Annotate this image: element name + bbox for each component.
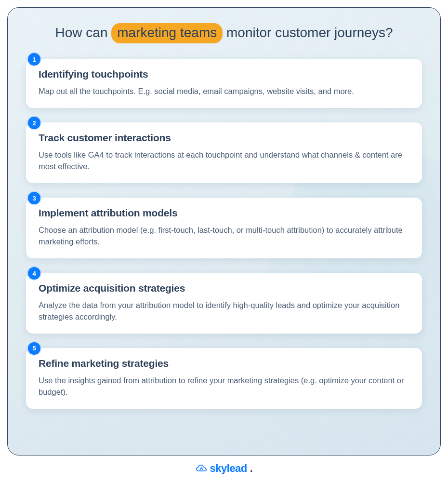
step-body: Use the insights gained from attribution… (39, 375, 409, 398)
step-2: 2 Track customer interactions Use tools … (26, 122, 422, 183)
brand-name: skylead (210, 462, 247, 475)
step-heading: Optimize acquisition strategies (39, 282, 409, 294)
step-heading: Track customer interactions (39, 132, 409, 144)
brand-dot: . (250, 462, 253, 475)
step-body: Analyze the data from your attribution m… (39, 300, 409, 323)
step-heading: Refine marketing strategies (39, 358, 409, 369)
step-5: 5 Refine marketing strategies Use the in… (26, 348, 422, 409)
step-3: 3 Implement attribution models Choose an… (26, 198, 422, 258)
step-body: Choose an attribution model (e.g. first-… (39, 225, 409, 248)
step-badge: 3 (28, 192, 40, 204)
step-card: Optimize acquisition strategies Analyze … (26, 273, 422, 334)
page-title: How can marketing teams monitor customer… (26, 23, 422, 43)
steps-list: 1 Identifying touchpoints Map out all th… (26, 59, 422, 408)
step-badge: 5 (28, 342, 40, 355)
title-post: monitor customer journeys? (226, 25, 393, 40)
step-1: 1 Identifying touchpoints Map out all th… (26, 59, 422, 108)
step-body: Map out all the touchpoints. E.g. social… (39, 86, 409, 97)
brand-logo: skylead. (196, 462, 253, 475)
step-card: Identifying touchpoints Map out all the … (26, 59, 422, 108)
cloud-icon (196, 464, 207, 473)
title-highlight: marketing teams (111, 23, 223, 43)
title-pre: How can (55, 25, 108, 40)
step-4: 4 Optimize acquisition strategies Analyz… (26, 273, 422, 334)
step-heading: Identifying touchpoints (39, 68, 409, 80)
step-body: Use tools like GA4 to track interactions… (39, 149, 409, 173)
step-card: Implement attribution models Choose an a… (26, 198, 422, 258)
infographic-panel: How can marketing teams monitor customer… (7, 7, 441, 455)
step-heading: Implement attribution models (39, 207, 409, 219)
step-card: Track customer interactions Use tools li… (26, 122, 422, 183)
step-card: Refine marketing strategies Use the insi… (26, 348, 422, 409)
step-badge: 4 (28, 267, 40, 280)
